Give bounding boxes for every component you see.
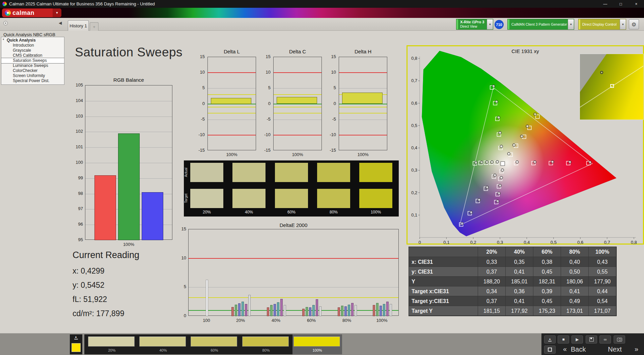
table-cell: 181,15 xyxy=(478,306,506,316)
group-label: 100% xyxy=(372,318,392,323)
table-cell: 0,41 xyxy=(506,267,533,277)
play-button[interactable]: ▶ xyxy=(571,335,583,344)
stop-button[interactable]: ■ xyxy=(558,335,569,344)
x-tick-label: 0,7 xyxy=(604,240,610,245)
y-tick-label: 0,6 xyxy=(411,101,417,106)
table-cell: 0,43 xyxy=(589,257,616,267)
sidebar-item-grayscale[interactable]: Grayscale xyxy=(1,48,64,53)
sidebar-item-luminance-sweeps[interactable]: Luminance Sweeps xyxy=(1,63,64,68)
delta-bar xyxy=(342,93,383,104)
y-tick-label: -10 xyxy=(259,132,271,137)
reference-line xyxy=(274,94,321,95)
measured-point xyxy=(486,186,488,189)
sidebar-item-introduction[interactable]: Introduction xyxy=(1,43,64,48)
sidebar-item-colorchecker[interactable]: ColorChecker xyxy=(1,68,64,73)
loop-button[interactable]: ∞ xyxy=(599,335,611,344)
sidebar-item-spectral-power-dist-[interactable]: Spectral Power Dist. xyxy=(1,78,64,83)
pattern-generator-dropdown[interactable]: CalMAN Client 3 Pattern Generator ▼ xyxy=(507,19,574,30)
measured-point xyxy=(516,161,519,163)
pattern-swatch-20%[interactable]: 20% xyxy=(87,334,137,354)
measured-point xyxy=(501,169,504,172)
pattern-swatch-40%[interactable]: 40% xyxy=(138,334,188,354)
y-tick-label: 0,3 xyxy=(411,168,417,173)
rgb-balance-plot xyxy=(85,85,172,240)
table-cell: 0,41 xyxy=(561,286,589,296)
eject-icon[interactable]: ▲ xyxy=(73,335,79,341)
measured-point xyxy=(551,160,554,163)
workflow-tree: ▾Quick AnalysisIntroductionGrayscaleCMS … xyxy=(1,37,64,85)
back-button[interactable]: Back xyxy=(571,346,586,353)
results-table: 20%40%60%80%100%x: CIE310,330,350,380,40… xyxy=(409,247,617,316)
panel-options-button[interactable] xyxy=(3,21,8,25)
swatch-color xyxy=(242,336,289,347)
tree-root-quick-analysis[interactable]: ▾Quick Analysis xyxy=(1,37,64,43)
chart-title: RGB Balance xyxy=(85,77,172,83)
inset-measured-point xyxy=(600,71,603,74)
minimize-button[interactable]: — xyxy=(597,0,613,8)
y-tick-label: 104 xyxy=(72,98,83,103)
sidebar-item-cms-calibration[interactable]: CMS Calibration xyxy=(1,53,64,58)
chart-title: Delta L xyxy=(207,49,256,54)
deltae-bar xyxy=(390,304,392,316)
calman-menu-button[interactable]: calman ▼ xyxy=(2,8,61,17)
deltae-bar xyxy=(231,307,234,316)
deltae-bar xyxy=(206,280,208,316)
deltae-bar xyxy=(235,305,237,316)
y-tick-label: 0,4 xyxy=(411,145,417,150)
deltae-bar xyxy=(238,303,241,316)
calman-pinwheel-icon xyxy=(5,10,11,16)
deltae-bar xyxy=(312,305,315,316)
target-swatch-100% xyxy=(359,189,392,208)
bar-green xyxy=(118,133,140,240)
column-label: 100% xyxy=(359,210,392,214)
reference-line xyxy=(274,113,321,113)
close-button[interactable]: × xyxy=(628,0,644,8)
current-reading-block: Current Reading x: 0,4299 y: 0,5452 fL: … xyxy=(73,250,139,321)
x-tick-label: 0,3 xyxy=(497,240,503,245)
actual-swatch-20% xyxy=(190,163,223,182)
y-tick-label: 10 xyxy=(325,70,336,75)
tab-history-1[interactable]: History 1 xyxy=(68,20,89,31)
dropdown-arrow-icon[interactable]: ▼ xyxy=(568,19,574,29)
sidebar-item-screen-uniformity[interactable]: Screen Uniformity xyxy=(1,73,64,78)
tree-expander-icon[interactable]: ▾ xyxy=(3,38,4,41)
add-tab-button[interactable]: + xyxy=(90,22,99,31)
deltae-bar xyxy=(309,307,311,316)
current-pattern-panel: ▲ xyxy=(70,334,82,354)
next-chevrons-icon[interactable]: » xyxy=(635,345,638,353)
column-header: 20% xyxy=(478,247,506,257)
maximize-button[interactable]: □ xyxy=(613,0,628,8)
measured-point xyxy=(492,85,495,87)
capture-button[interactable] xyxy=(614,335,625,344)
sidebar-collapse-icon[interactable]: ◀ xyxy=(59,21,62,25)
meter-dropdown[interactable]: X-Rite i1Pro 3 Direct View ▼ xyxy=(456,19,493,30)
reference-line xyxy=(339,107,387,107)
dropdown-arrow-icon[interactable]: ▼ xyxy=(487,19,493,29)
table-cell: 0,37 xyxy=(478,296,506,306)
reference-line xyxy=(274,72,321,73)
x-tick-label: 0,2 xyxy=(470,240,476,245)
deltae-bar xyxy=(306,307,308,316)
pattern-swatch-100%[interactable]: 100% xyxy=(292,334,342,354)
calman-menu-arrow-icon[interactable]: ▼ xyxy=(53,8,61,17)
sidebar-item-saturation-sweeps[interactable]: Saturation Sweeps xyxy=(1,58,64,63)
next-button[interactable]: Next xyxy=(608,346,622,353)
pattern-swatch-60%[interactable]: 60% xyxy=(190,334,239,354)
y-tick-label: 103 xyxy=(72,113,83,119)
y-tick-label: 0,1 xyxy=(411,212,417,218)
save-button[interactable] xyxy=(586,335,597,344)
eject-button[interactable]: ▲ xyxy=(544,335,556,344)
settings-gear-button[interactable]: ⚙ xyxy=(629,19,639,29)
deltae-bar xyxy=(355,305,357,316)
pattern-swatch-80%[interactable]: 80% xyxy=(241,334,291,354)
row-label: y: CIE31 xyxy=(409,267,478,277)
reference-line xyxy=(339,113,387,113)
table-cell: 180,06 xyxy=(561,277,589,286)
display-control-dropdown[interactable]: Direct Display Control ▼ xyxy=(578,19,626,30)
back-chevrons-icon[interactable]: « xyxy=(563,345,567,353)
pattern-window-button[interactable] xyxy=(544,346,556,354)
deltae-bar xyxy=(338,307,340,316)
dropdown-arrow-icon[interactable]: ▼ xyxy=(620,19,626,29)
x-tick-label: 0,5 xyxy=(551,240,557,245)
reading-fl: fL: 51,922 xyxy=(73,292,139,306)
